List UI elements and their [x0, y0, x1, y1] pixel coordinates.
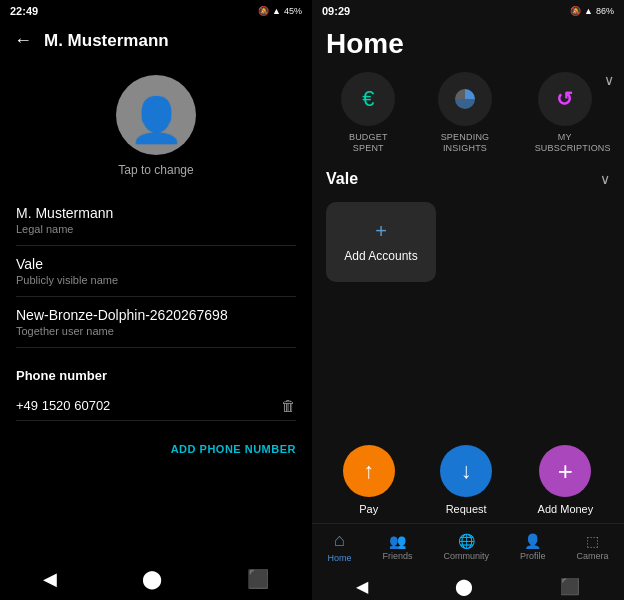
legal-name-label: Legal name — [16, 223, 296, 235]
nav-friends[interactable]: 👥 Friends — [382, 533, 412, 561]
battery-icon: 45% — [284, 6, 302, 16]
phone-row: +49 1520 60702 🗑 — [16, 391, 296, 421]
request-label: Request — [446, 503, 487, 515]
pay-button[interactable]: ↑ Pay — [343, 445, 395, 515]
chevron-right-icon[interactable]: ∨ — [604, 72, 614, 88]
battery-icon-r: 86% — [596, 6, 614, 16]
quick-actions-row: € BUDGETSPENT SPENDINGINSIGHTS ↺ MYSUBSC… — [312, 68, 624, 162]
budget-label: BUDGETSPENT — [349, 132, 388, 154]
tap-to-change-label: Tap to change — [118, 163, 193, 177]
payment-actions: ↑ Pay ↓ Request + Add Money — [312, 435, 624, 523]
camera-nav-label: Camera — [576, 551, 608, 561]
back-nav-icon[interactable]: ◀ — [43, 568, 57, 590]
status-icons-left: 🔕 ▲ 45% — [258, 6, 302, 16]
field-legal-name[interactable]: M. Mustermann Legal name — [16, 195, 296, 246]
system-nav-right: ◀ ⬤ ⬛ — [312, 571, 624, 600]
nav-community[interactable]: 🌐 Community — [443, 533, 489, 561]
phone-section: Phone number +49 1520 60702 🗑 — [0, 358, 312, 431]
back-sys-icon[interactable]: ◀ — [356, 577, 368, 596]
accounts-area: + Add Accounts — [312, 196, 624, 292]
add-phone-button[interactable]: ADD PHONE NUMBER — [0, 431, 312, 455]
friends-icon: 👥 — [389, 533, 406, 549]
pay-label: Pay — [359, 503, 378, 515]
legal-name-value: M. Mustermann — [16, 205, 296, 221]
profile-icon: 👤 — [524, 533, 541, 549]
vale-section-title: Vale — [326, 170, 358, 188]
profile-title: M. Mustermann — [44, 31, 169, 51]
visible-name-value: Vale — [16, 256, 296, 272]
avatar-section: 👤 Tap to change — [0, 59, 312, 185]
quick-action-subscriptions[interactable]: ↺ MYSUBSCRIPTIONS — [535, 72, 595, 154]
request-button[interactable]: ↓ Request — [440, 445, 492, 515]
person-icon: 👤 — [129, 98, 184, 142]
budget-icon: € — [341, 72, 395, 126]
home-title: Home — [312, 22, 624, 68]
community-nav-label: Community — [443, 551, 489, 561]
friends-nav-label: Friends — [382, 551, 412, 561]
phone-header: Phone number — [16, 368, 296, 383]
add-money-label: Add Money — [538, 503, 594, 515]
quick-action-budget[interactable]: € BUDGETSPENT — [341, 72, 395, 154]
delete-phone-icon[interactable]: 🗑 — [281, 397, 296, 414]
wifi-icon-r: ▲ — [584, 6, 593, 16]
add-money-button[interactable]: + Add Money — [538, 445, 594, 515]
profile-fields: M. Mustermann Legal name Vale Publicly v… — [0, 185, 312, 358]
request-icon: ↓ — [440, 445, 492, 497]
bottom-nav-right: ⌂ Home 👥 Friends 🌐 Community 👤 Profile ⬚… — [312, 523, 624, 571]
square-nav-icon[interactable]: ⬛ — [247, 568, 269, 590]
username-value: New-Bronze-Dolphin-2620267698 — [16, 307, 296, 323]
square-sys-icon[interactable]: ⬛ — [560, 577, 580, 596]
signal-icon: 🔕 — [258, 6, 269, 16]
status-icons-right: 🔕 ▲ 86% — [570, 6, 614, 16]
add-accounts-label: Add Accounts — [344, 249, 417, 263]
profile-nav-label: Profile — [520, 551, 546, 561]
avatar[interactable]: 👤 — [116, 75, 196, 155]
wifi-icon: ▲ — [272, 6, 281, 16]
time-right: 09:29 — [322, 5, 350, 17]
add-accounts-button[interactable]: + Add Accounts — [326, 202, 436, 282]
visible-name-label: Publicly visible name — [16, 274, 296, 286]
signal-icon-r: 🔕 — [570, 6, 581, 16]
field-username[interactable]: New-Bronze-Dolphin-2620267698 Together u… — [16, 297, 296, 348]
bottom-nav-left: ◀ ⬤ ⬛ — [0, 558, 312, 600]
home-nav-icon[interactable]: ⬤ — [142, 568, 162, 590]
vale-chevron-icon[interactable]: ∨ — [600, 171, 610, 187]
status-bar-left: 22:49 🔕 ▲ 45% — [0, 0, 312, 22]
time-left: 22:49 — [10, 5, 38, 17]
back-button[interactable]: ← — [14, 30, 32, 51]
left-panel: 22:49 🔕 ▲ 45% ← M. Mustermann 👤 Tap to c… — [0, 0, 312, 600]
status-bar-right: 09:29 🔕 ▲ 86% — [312, 0, 624, 22]
quick-action-spending[interactable]: SPENDINGINSIGHTS — [438, 72, 492, 154]
home-sys-icon[interactable]: ⬤ — [455, 577, 473, 596]
username-label: Together user name — [16, 325, 296, 337]
phone-number: +49 1520 60702 — [16, 398, 110, 413]
community-icon: 🌐 — [458, 533, 475, 549]
top-bar-left: ← M. Mustermann — [0, 22, 312, 59]
nav-home[interactable]: ⌂ Home — [327, 530, 351, 563]
subscriptions-icon: ↺ — [538, 72, 592, 126]
subscriptions-label: MYSUBSCRIPTIONS — [535, 132, 595, 154]
spending-label: SPENDINGINSIGHTS — [441, 132, 490, 154]
home-nav-label: Home — [327, 553, 351, 563]
nav-camera[interactable]: ⬚ Camera — [576, 533, 608, 561]
home-icon: ⌂ — [334, 530, 345, 551]
add-plus-icon: + — [375, 220, 387, 243]
add-phone-label: ADD PHONE NUMBER — [171, 443, 296, 455]
spending-icon — [438, 72, 492, 126]
right-panel: 09:29 🔕 ▲ 86% Home € BUDGETSPENT SPENDIN… — [312, 0, 624, 600]
nav-profile[interactable]: 👤 Profile — [520, 533, 546, 561]
camera-icon: ⬚ — [586, 533, 599, 549]
field-visible-name[interactable]: Vale Publicly visible name — [16, 246, 296, 297]
pay-icon: ↑ — [343, 445, 395, 497]
add-money-icon: + — [539, 445, 591, 497]
vale-section-header: Vale ∨ — [312, 162, 624, 196]
